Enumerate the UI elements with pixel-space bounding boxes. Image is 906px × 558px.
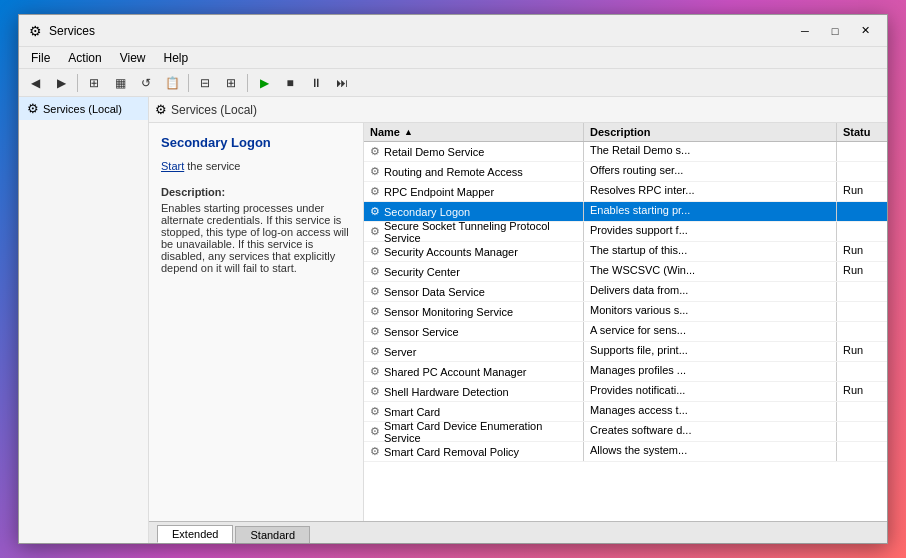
col-header-status[interactable]: Statu — [837, 123, 887, 141]
service-desc: Allows the system... — [584, 442, 837, 461]
main-panel: ⚙ Services (Local) Secondary Logon Start… — [149, 97, 887, 543]
tabs-bar: Extended Standard — [149, 521, 887, 543]
start-link[interactable]: Start — [161, 160, 184, 172]
service-desc: Manages access t... — [584, 402, 837, 421]
service-icon: ⚙ — [370, 325, 380, 338]
menu-action[interactable]: Action — [60, 49, 109, 67]
table-row[interactable]: ⚙Security Center The WSCSVC (Win... Run — [364, 262, 887, 282]
address-text: Services (Local) — [171, 103, 257, 117]
service-desc: Manages profiles ... — [584, 362, 837, 381]
service-title: Secondary Logon — [161, 135, 351, 150]
filter-button[interactable]: ⊟ — [193, 72, 217, 94]
content-area: ⚙ Services (Local) ⚙ Services (Local) Se… — [19, 97, 887, 543]
list-view-button[interactable]: ▦ — [108, 72, 132, 94]
split-view: Secondary Logon Start the service Descri… — [149, 123, 887, 521]
service-desc: The WSCSVC (Win... — [584, 262, 837, 281]
table-row[interactable]: ⚙Shared PC Account Manager Manages profi… — [364, 362, 887, 382]
service-status — [837, 142, 887, 161]
service-icon: ⚙ — [370, 145, 380, 158]
service-desc: Creates software d... — [584, 422, 837, 441]
service-name: Smart Card Device Enumeration Service — [384, 420, 577, 444]
service-icon: ⚙ — [370, 205, 380, 218]
service-status — [837, 362, 887, 381]
toolbar-separator-2 — [188, 74, 189, 92]
table-header: Name ▲ Description Statu — [364, 123, 887, 142]
table-body: ⚙Retail Demo Service The Retail Demo s..… — [364, 142, 887, 521]
menu-file[interactable]: File — [23, 49, 58, 67]
service-desc: The Retail Demo s... — [584, 142, 837, 161]
service-desc: Offers routing ser... — [584, 162, 837, 181]
table-row[interactable]: ⚙Smart Card Removal Policy Allows the sy… — [364, 442, 887, 462]
table-row[interactable]: ⚙Retail Demo Service The Retail Demo s..… — [364, 142, 887, 162]
close-button[interactable]: ✕ — [851, 21, 879, 41]
service-icon: ⚙ — [370, 385, 380, 398]
service-name: Security Center — [384, 266, 460, 278]
tab-standard[interactable]: Standard — [235, 526, 310, 543]
maximize-button[interactable]: □ — [821, 21, 849, 41]
service-status: Run — [837, 182, 887, 201]
service-icon: ⚙ — [370, 345, 380, 358]
start-text: the service — [184, 160, 240, 172]
menu-view[interactable]: View — [112, 49, 154, 67]
table-row[interactable]: ⚙Sensor Data Service Delivers data from.… — [364, 282, 887, 302]
export-button[interactable]: 📋 — [160, 72, 184, 94]
service-name: Shared PC Account Manager — [384, 366, 526, 378]
console-view-button[interactable]: ⊞ — [82, 72, 106, 94]
service-status — [837, 322, 887, 341]
nav-panel: ⚙ Services (Local) — [19, 97, 149, 543]
title-bar: ⚙ Services ─ □ ✕ — [19, 15, 887, 47]
service-name: Security Accounts Manager — [384, 246, 518, 258]
service-icon: ⚙ — [370, 285, 380, 298]
service-desc: Supports file, print... — [584, 342, 837, 361]
table-row[interactable]: ⚙Shell Hardware Detection Provides notif… — [364, 382, 887, 402]
pause-button[interactable]: ⏸ — [304, 72, 328, 94]
table-row[interactable]: ⚙Secure Socket Tunneling Protocol Servic… — [364, 222, 887, 242]
start-link-area: Start the service — [161, 160, 351, 172]
service-status — [837, 222, 887, 241]
service-icon: ⚙ — [370, 165, 380, 178]
service-status: Run — [837, 242, 887, 261]
service-status — [837, 302, 887, 321]
service-desc: The startup of this... — [584, 242, 837, 261]
service-icon: ⚙ — [370, 305, 380, 318]
stop-button[interactable]: ■ — [278, 72, 302, 94]
tab-extended[interactable]: Extended — [157, 525, 233, 543]
minimize-button[interactable]: ─ — [791, 21, 819, 41]
table-row[interactable]: ⚙Sensor Service A service for sens... — [364, 322, 887, 342]
service-icon: ⚙ — [370, 445, 380, 458]
service-name: Smart Card — [384, 406, 440, 418]
service-status — [837, 162, 887, 181]
address-icon: ⚙ — [155, 102, 167, 117]
forward-button[interactable]: ▶ — [49, 72, 73, 94]
menu-help[interactable]: Help — [156, 49, 197, 67]
table-row[interactable]: ⚙Security Accounts Manager The startup o… — [364, 242, 887, 262]
play-button[interactable]: ▶ — [252, 72, 276, 94]
restart-button[interactable]: ⏭ — [330, 72, 354, 94]
service-icon: ⚙ — [370, 225, 380, 238]
toolbar-separator-3 — [247, 74, 248, 92]
service-icon: ⚙ — [370, 405, 380, 418]
service-status — [837, 422, 887, 441]
service-name: Routing and Remote Access — [384, 166, 523, 178]
left-pane: Secondary Logon Start the service Descri… — [149, 123, 364, 521]
table-row[interactable]: ⚙Sensor Monitoring Service Monitors vari… — [364, 302, 887, 322]
table-row[interactable]: ⚙Routing and Remote Access Offers routin… — [364, 162, 887, 182]
service-status: Run — [837, 262, 887, 281]
description-title: Description: — [161, 186, 351, 198]
service-name: Secure Socket Tunneling Protocol Service — [384, 220, 577, 244]
table-row[interactable]: ⚙Server Supports file, print... Run — [364, 342, 887, 362]
table-row[interactable]: ⚙Smart Card Device Enumeration Service C… — [364, 422, 887, 442]
service-name: Retail Demo Service — [384, 146, 484, 158]
service-name: Shell Hardware Detection — [384, 386, 509, 398]
table-row[interactable]: ⚙RPC Endpoint Mapper Resolves RPC inter.… — [364, 182, 887, 202]
service-desc: Provides notificati... — [584, 382, 837, 401]
back-button[interactable]: ◀ — [23, 72, 47, 94]
col-header-name[interactable]: Name ▲ — [364, 123, 584, 141]
props-button[interactable]: ⊞ — [219, 72, 243, 94]
refresh-button[interactable]: ↺ — [134, 72, 158, 94]
service-icon: ⚙ — [370, 185, 380, 198]
main-window: ⚙ Services ─ □ ✕ File Action View Help ◀… — [18, 14, 888, 544]
service-desc: Delivers data from... — [584, 282, 837, 301]
col-header-description[interactable]: Description — [584, 123, 837, 141]
nav-item-services-local[interactable]: ⚙ Services (Local) — [19, 97, 148, 120]
